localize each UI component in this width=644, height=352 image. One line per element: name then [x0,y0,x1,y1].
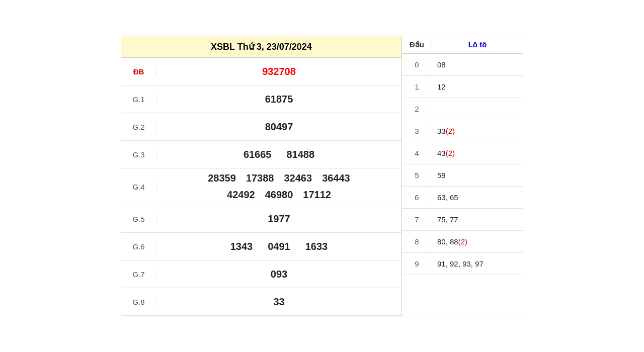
prize-value: 32463 [284,172,312,184]
loto-panel: Đầu Lô tô 0081122333(2)443(2)559663, 657… [402,36,523,316]
prize-row: G.161875 [121,85,401,113]
loto-dau: 9 [402,255,432,272]
prize-value: 61665 [244,149,272,160]
prize-values: 80497 [156,117,401,137]
prize-value: 61875 [265,94,293,105]
prize-value: 0491 [268,241,290,252]
prize-row: G.36166581488 [121,141,401,168]
prize-values: 1977 [156,209,401,229]
prize-values: 33 [156,292,401,312]
loto-value: 12 [432,78,523,95]
loto-dau: 2 [402,101,432,117]
prize-row: G.833 [121,288,401,316]
prize-values: 61875 [156,90,401,109]
prize-values: 6166581488 [156,145,401,164]
prize-label: G.4 [121,183,156,191]
loto-value: 43(2) [432,145,523,161]
loto-value: 91, 92, 93, 97 [432,255,523,272]
prize-row: G.51977 [121,205,401,233]
prize-label: G.1 [121,95,156,104]
prize-value: 36443 [322,172,350,184]
loto-value [432,105,523,113]
prize-value: 17112 [303,189,331,201]
prize-value: 1633 [305,241,328,252]
prize-row: ĐB932708 [121,58,401,85]
prize-value: 81488 [287,149,315,160]
loto-dau: 8 [402,233,432,250]
loto-special: (2) [458,237,467,246]
loto-dau: 4 [402,145,432,161]
loto-dau: 5 [402,167,432,184]
prize-row: G.6134304911633 [121,233,401,260]
prize-value: 1977 [268,213,290,225]
loto-value: 63, 65 [432,189,523,206]
prize-label: G.8 [121,298,156,306]
lottery-table: XSBL Thứ 3, 23/07/2024 ĐB932708G.161875G… [121,36,523,316]
prize-label: G.3 [121,150,156,159]
loto-value: 80, 88(2) [432,233,523,250]
prizes-panel: XSBL Thứ 3, 23/07/2024 ĐB932708G.161875G… [121,36,402,316]
prize-value: 33 [273,296,284,308]
prize-label: G.6 [121,242,156,251]
prize-values: 28359173883246336443424924698017112 [156,168,401,205]
prize-value: 28359 [208,172,236,184]
prize-label: G.2 [121,123,156,131]
loto-special: (2) [446,127,455,135]
prize-row: G.7093 [121,260,401,288]
loto-value: 08 [432,56,523,73]
loto-rows: 0081122333(2)443(2)559663, 65775, 77880,… [402,54,523,275]
loto-row: 112 [402,76,523,98]
loto-value: 33(2) [432,123,523,139]
prize-label: ĐB [121,67,156,76]
prize-value: 093 [271,269,287,280]
prize-label: G.5 [121,215,156,223]
loto-dau: 3 [402,123,432,139]
loto-row: 663, 65 [402,187,523,209]
loto-dau: 0 [402,56,432,73]
loto-value: 75, 77 [432,211,523,228]
loto-row: 443(2) [402,142,523,164]
prizes-container: ĐB932708G.161875G.280497G.36166581488G.4… [121,58,401,316]
prize-value: 932708 [262,66,296,77]
loto-dau: 7 [402,211,432,228]
loto-row: 2 [402,98,523,120]
prize-value: 80497 [265,121,293,133]
loto-dau: 6 [402,189,432,206]
loto-special: (2) [446,149,455,157]
prize-values: 134304911633 [156,237,401,256]
loto-value: 59 [432,167,523,184]
loto-header: Đầu Lô tô [402,36,523,54]
prize-value: 17388 [246,172,274,184]
loto-header-dau: Đầu [402,36,432,53]
loto-row: 775, 77 [402,209,523,231]
loto-row: 880, 88(2) [402,231,523,253]
loto-row: 333(2) [402,120,523,142]
loto-dau: 1 [402,78,432,95]
prize-value: 1343 [230,241,253,252]
prize-value: 46980 [265,189,293,201]
prize-row: G.280497 [121,113,401,141]
prize-values: 932708 [156,62,401,81]
loto-row: 559 [402,164,523,187]
loto-row: 008 [402,54,523,76]
loto-row: 991, 92, 93, 97 [402,253,523,275]
prize-value: 42492 [227,189,255,201]
prize-label: G.7 [121,270,156,279]
table-title: XSBL Thứ 3, 23/07/2024 [121,36,401,58]
loto-header-loto: Lô tô [432,36,523,53]
prize-values: 093 [156,265,401,284]
prize-row: G.428359173883246336443424924698017112 [121,168,401,205]
